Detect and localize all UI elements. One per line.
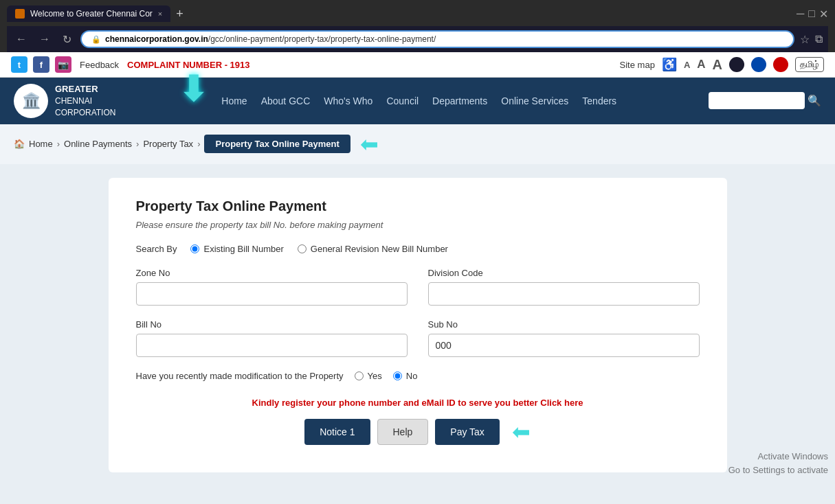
bill-no-label: Bill No — [136, 319, 408, 330]
form-card: Property Tax Online Payment Please ensur… — [109, 178, 727, 472]
radio-new-bill[interactable]: General Revision New Bill Number — [298, 244, 448, 254]
zone-no-input[interactable] — [136, 282, 408, 306]
breadcrumb-property-tax[interactable]: Property Tax — [143, 139, 193, 149]
browser-chrome: Welcome to Greater Chennai Cor × + ─ □ ✕… — [0, 0, 835, 52]
sub-no-input[interactable] — [428, 334, 700, 357]
url-text: chennaicorporation.gov.in/gcc/online-pay… — [105, 34, 436, 44]
action-buttons: Notice 1 Help Pay Tax ⬅ — [136, 419, 700, 445]
font-medium-btn[interactable]: A — [697, 58, 705, 71]
radio-new-input[interactable] — [298, 244, 307, 253]
logo-area: 🏛️ GREATER CHENNAI CORPORATION — [14, 83, 115, 119]
tab-close-btn[interactable]: × — [158, 10, 162, 18]
nav-whos-who[interactable]: Who's Who — [324, 95, 372, 106]
accessibility-icon: ♿ — [662, 57, 677, 72]
home-icon: 🏠 — [14, 139, 25, 149]
nav-online-services[interactable]: Online Services — [501, 95, 568, 106]
search-by-label: Search By — [136, 244, 177, 254]
tamil-lang-btn[interactable]: தமிழ் — [795, 57, 824, 72]
form-title: Property Tax Online Payment — [136, 198, 700, 214]
facebook-icon[interactable]: f — [33, 56, 49, 73]
notice-btn[interactable]: Notice 1 — [304, 419, 370, 445]
org-name: GREATER CHENNAI CORPORATION — [55, 83, 115, 119]
breadcrumb-bar: 🏠 Home › Online Payments › Property Tax … — [0, 124, 835, 164]
refresh-btn[interactable]: ↻ — [59, 32, 75, 47]
breadcrumb-sep-2: › — [136, 139, 139, 149]
left-arrow-annotation: ⬅ — [360, 131, 379, 157]
blue-theme-btn[interactable] — [751, 57, 766, 72]
main-content: Property Tax Online Payment Please ensur… — [0, 164, 835, 486]
modification-no-input[interactable] — [393, 371, 402, 380]
radio-existing-bill[interactable]: Existing Bill Number — [190, 244, 283, 254]
font-large-btn[interactable]: A — [713, 57, 722, 73]
zone-no-group: Zone No — [136, 268, 408, 306]
zone-no-label: Zone No — [136, 268, 408, 278]
top-bar-right: Site map ♿ A A A தமிழ் — [620, 57, 824, 73]
down-arrow-annotation: ⬇ — [179, 72, 208, 106]
window-close-btn[interactable]: ✕ — [819, 8, 828, 21]
radio-new-label: General Revision New Bill Number — [311, 244, 448, 254]
nav-about[interactable]: About GCC — [261, 95, 311, 106]
modification-yes[interactable]: Yes — [355, 371, 382, 381]
feedback-link[interactable]: Feedback — [80, 60, 119, 70]
division-code-label: Division Code — [428, 268, 700, 278]
sub-no-label: Sub No — [428, 319, 700, 330]
new-tab-btn[interactable]: + — [176, 7, 183, 21]
nav-home[interactable]: Home — [221, 95, 247, 106]
breadcrumb-sep-3: › — [197, 139, 200, 149]
sitemap-link[interactable]: Site map — [620, 60, 655, 70]
sub-no-group: Sub No — [428, 319, 700, 357]
red-theme-btn[interactable] — [773, 57, 788, 72]
zone-division-row: Zone No Division Code — [136, 268, 700, 306]
top-bar: t f 📷 Feedback COMPLAINT NUMBER - 1913 S… — [0, 52, 835, 78]
font-small-btn[interactable]: A — [684, 60, 690, 70]
active-tab[interactable]: Welcome to Greater Chennai Cor × — [7, 5, 170, 22]
modification-yes-input[interactable] — [355, 371, 364, 380]
nav-search-input[interactable] — [709, 92, 805, 109]
nav-tenders[interactable]: Tenders — [582, 95, 616, 106]
modification-no[interactable]: No — [393, 371, 418, 381]
back-btn[interactable]: ← — [12, 32, 30, 47]
bookmark-icon[interactable]: ☆ — [800, 33, 810, 46]
window-icon[interactable]: ⧉ — [815, 33, 823, 46]
org-line2: CHENNAI — [55, 96, 92, 106]
modification-label: Have you recently made modification to t… — [136, 371, 344, 381]
browser-nav-bar: ← → ↻ 🔒 chennaicorporation.gov.in/gcc/on… — [7, 26, 828, 52]
breadcrumb-online-payments[interactable]: Online Payments — [64, 139, 132, 149]
window-minimize-btn[interactable]: ─ — [797, 8, 804, 21]
division-code-input[interactable] — [428, 282, 700, 306]
lock-icon: 🔒 — [91, 35, 101, 44]
modification-yes-label: Yes — [368, 371, 382, 381]
org-line3: CORPORATION — [55, 108, 115, 117]
org-line1: GREATER — [55, 84, 98, 94]
forward-btn[interactable]: → — [36, 32, 54, 47]
gcc-logo: 🏛️ — [14, 84, 48, 118]
pay-tax-btn[interactable]: Pay Tax — [435, 419, 500, 445]
url-actions: ☆ ⧉ — [800, 33, 823, 46]
pay-arrow-annotation: ⬅ — [512, 419, 531, 445]
window-maximize-btn[interactable]: □ — [808, 8, 815, 21]
browser-tabs: Welcome to Greater Chennai Cor × + ─ □ ✕ — [7, 5, 828, 22]
bill-sub-row: Bill No Sub No — [136, 319, 700, 357]
radio-existing-input[interactable] — [190, 244, 199, 253]
tab-title: Welcome to Greater Chennai Cor — [30, 9, 153, 19]
complaint-number: COMPLAINT NUMBER - 1913 — [127, 60, 249, 70]
logo-emoji: 🏛️ — [22, 92, 41, 110]
main-nav: Home About GCC Who's Who Council Departm… — [129, 95, 709, 106]
url-bar[interactable]: 🔒 chennaicorporation.gov.in/gcc/online-p… — [80, 30, 794, 48]
register-notice[interactable]: Kindly register your phone number and eM… — [136, 398, 700, 408]
bill-no-group: Bill No — [136, 319, 408, 357]
dark-theme-btn[interactable] — [729, 57, 744, 72]
breadcrumb-sep-1: › — [57, 139, 60, 149]
nav-council[interactable]: Council — [386, 95, 419, 106]
twitter-icon[interactable]: t — [11, 56, 27, 73]
bill-no-input[interactable] — [136, 334, 408, 357]
help-btn[interactable]: Help — [377, 419, 429, 445]
nav-departments[interactable]: Departments — [432, 95, 487, 106]
instagram-icon[interactable]: 📷 — [55, 56, 71, 73]
search-area: 🔍 — [709, 92, 821, 109]
modification-no-label: No — [406, 371, 418, 381]
breadcrumb-home[interactable]: Home — [29, 139, 53, 149]
social-icons: t f 📷 — [11, 56, 71, 73]
nav-search-btn[interactable]: 🔍 — [808, 94, 821, 107]
form-subtitle: Please ensure the property tax bill No. … — [136, 220, 700, 230]
